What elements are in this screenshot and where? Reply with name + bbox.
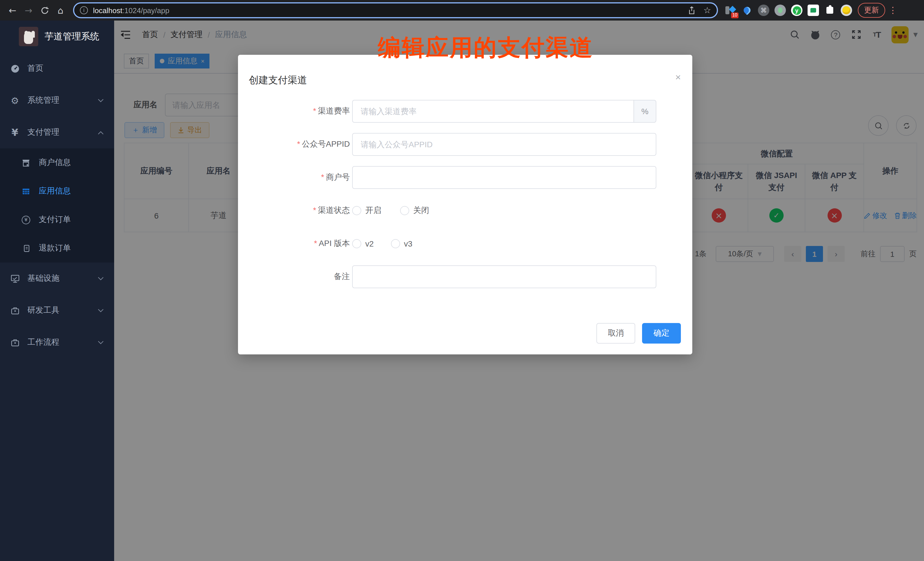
sidebar-item-label: 基础设施 xyxy=(27,273,59,284)
main-area: 首页 / 支付管理 / 应用信息 ? xyxy=(114,21,924,561)
sidebar-item-label: 研发工具 xyxy=(27,305,59,316)
form-row-remark: 备注 xyxy=(238,266,692,288)
sidebar-item-merchant-info[interactable]: 商户信息 xyxy=(0,148,114,177)
required-asterisk: * xyxy=(313,106,316,115)
chevron-down-icon xyxy=(98,340,104,344)
form-row-status: *渠道状态 开启 关闭 xyxy=(238,199,692,222)
cancel-button[interactable]: 取消 xyxy=(596,323,635,344)
sidebar-item-label: 支付订单 xyxy=(39,214,71,225)
remark-input[interactable] xyxy=(352,266,656,288)
sidebar-item-label: 系统管理 xyxy=(27,95,59,106)
extension-dot-icon[interactable] xyxy=(774,4,786,16)
logo-image xyxy=(19,27,38,46)
browser-toolbar: ← → ⌂ i localhost:1024/pay/app ☆ 10 ⌘ xyxy=(0,0,924,21)
sidebar-item-infrastructure[interactable]: 基础设施 xyxy=(0,262,114,294)
sidebar-item-app-info[interactable]: 应用信息 xyxy=(0,177,114,206)
radio-status-open[interactable]: 开启 xyxy=(352,206,381,216)
form-row-merchant: *商户号 xyxy=(238,166,692,189)
extensions-row: 10 ⌘ xyxy=(725,4,852,16)
profile-avatar-icon[interactable] xyxy=(841,4,852,16)
radio-icon xyxy=(352,239,361,248)
sidebar: 芋道管理系统 首页 ⚙ 系统管理 ¥ 支付管理 xyxy=(0,21,114,561)
official-account-appid-input[interactable] xyxy=(352,133,656,156)
radio-api-v2[interactable]: v2 xyxy=(352,239,374,248)
extension-chat-icon[interactable] xyxy=(808,4,819,16)
percent-suffix: % xyxy=(633,100,656,123)
sidebar-item-label: 退款订单 xyxy=(39,243,71,254)
bookmark-star-icon[interactable]: ☆ xyxy=(704,5,711,15)
sidebar-item-label: 首页 xyxy=(27,63,44,74)
radio-icon xyxy=(400,206,409,215)
radio-status-closed[interactable]: 关闭 xyxy=(400,206,429,216)
extensions-puzzle-icon[interactable] xyxy=(824,4,836,16)
extension-diamond-icon[interactable]: 10 xyxy=(725,4,736,16)
site-info-icon[interactable]: i xyxy=(80,6,88,14)
dialog-title: 创建支付渠道 xyxy=(249,74,307,87)
radio-icon xyxy=(352,206,361,215)
annotation-text: 编辑应用的支付渠道 xyxy=(378,32,594,63)
browser-menu-icon[interactable]: ⋮ xyxy=(889,5,897,15)
radio-icon xyxy=(391,239,400,248)
form-row-appid: *公众号APPID xyxy=(238,133,692,156)
sidebar-item-payment[interactable]: ¥ 支付管理 xyxy=(0,116,114,148)
sidebar-item-dev-tools[interactable]: 研发工具 xyxy=(0,294,114,327)
share-icon[interactable] xyxy=(687,6,695,15)
document-icon xyxy=(22,244,30,252)
monitor-icon xyxy=(10,273,20,284)
create-channel-dialog: 创建支付渠道 × *渠道费率 % *公众号APPID *商户号 xyxy=(238,55,692,354)
shop-icon xyxy=(22,158,30,167)
sidebar-submenu-payment: 商户信息 应用信息 ¥ 支付订单 退款订单 xyxy=(0,148,114,262)
required-asterisk: * xyxy=(313,206,316,214)
browser-home-button[interactable]: ⌂ xyxy=(52,2,69,18)
grid-icon xyxy=(22,187,30,195)
dialog-close-icon[interactable]: × xyxy=(675,72,681,82)
chevron-up-icon xyxy=(98,130,104,134)
app-title: 芋道管理系统 xyxy=(45,30,99,42)
radio-api-v3[interactable]: v3 xyxy=(391,239,412,248)
logo: 芋道管理系统 xyxy=(0,21,114,52)
merchant-number-input[interactable] xyxy=(352,166,656,189)
sidebar-item-system[interactable]: ⚙ 系统管理 xyxy=(0,84,114,116)
channel-rate-input[interactable] xyxy=(352,100,633,123)
sidebar-item-workflow[interactable]: 工作流程 xyxy=(0,327,114,358)
sidebar-item-home[interactable]: 首页 xyxy=(0,52,114,84)
dashboard-icon xyxy=(10,63,20,74)
browser-forward-button[interactable]: → xyxy=(21,2,36,18)
address-bar[interactable]: i localhost:1024/pay/app ☆ xyxy=(73,2,718,18)
extension-y-icon[interactable] xyxy=(791,4,802,16)
browser-update-button[interactable]: 更新 xyxy=(858,3,885,18)
required-asterisk: * xyxy=(314,238,317,248)
confirm-button[interactable]: 确定 xyxy=(642,323,681,344)
required-asterisk: * xyxy=(297,139,300,148)
dialog-footer: 取消 确定 xyxy=(596,323,681,344)
form-row-api-version: *API 版本 v2 v3 xyxy=(238,232,692,255)
browser-reload-button[interactable] xyxy=(36,2,52,18)
briefcase-icon xyxy=(10,305,20,316)
sidebar-item-label: 应用信息 xyxy=(39,186,71,196)
browser-back-button[interactable]: ← xyxy=(4,2,21,18)
yen-icon: ¥ xyxy=(10,127,20,138)
chevron-down-icon xyxy=(98,276,104,280)
sidebar-item-label: 工作流程 xyxy=(27,337,59,348)
extension-command-icon[interactable]: ⌘ xyxy=(758,4,770,16)
chevron-down-icon xyxy=(98,99,104,102)
sidebar-item-payment-orders[interactable]: ¥ 支付订单 xyxy=(0,206,114,234)
extension-badge: 10 xyxy=(731,12,738,18)
briefcase-icon xyxy=(10,337,20,348)
url-text: localhost:1024/pay/app xyxy=(93,6,169,15)
sidebar-item-label: 商户信息 xyxy=(39,158,71,168)
chevron-down-icon xyxy=(98,309,104,312)
sidebar-item-label: 支付管理 xyxy=(27,127,59,138)
required-asterisk: * xyxy=(321,172,324,182)
yen-circle-icon: ¥ xyxy=(22,216,30,224)
reload-icon xyxy=(40,6,49,15)
screen: ← → ⌂ i localhost:1024/pay/app ☆ 10 ⌘ xyxy=(0,0,924,561)
extension-balloon-icon[interactable] xyxy=(741,4,753,16)
gear-icon: ⚙ xyxy=(10,95,20,106)
form-row-rate: *渠道费率 % xyxy=(238,100,692,123)
sidebar-item-refund-orders[interactable]: 退款订单 xyxy=(0,234,114,262)
